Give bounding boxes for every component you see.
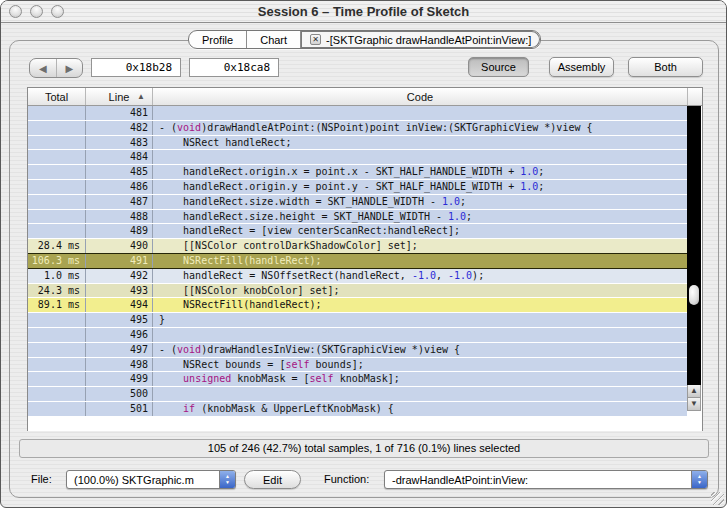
- code-cell: handleRect.origin.y = point.y - SKT_HALF…: [153, 180, 687, 194]
- table-row[interactable]: 24.3 ms493 [[NSColor knobColor] set];: [28, 284, 687, 299]
- code-segment: NSRect bounds = [: [159, 359, 285, 370]
- tab-profile[interactable]: Profile: [189, 31, 246, 48]
- scroll-down-button[interactable]: ▼: [687, 398, 701, 411]
- code-segment: if: [183, 403, 195, 414]
- code-segment: void: [177, 122, 201, 133]
- total-cell: [28, 313, 86, 327]
- total-cell: [28, 121, 86, 135]
- code-segment: self: [285, 359, 309, 370]
- code-cell: - (void)drawHandlesInView:(SKTGraphicVie…: [153, 343, 687, 357]
- code-segment: );: [472, 270, 484, 281]
- line-number-cell: 489: [86, 224, 153, 238]
- code-segment: [[NSColor controlDarkShadowColor] set];: [159, 240, 418, 251]
- table-row[interactable]: 481: [28, 106, 687, 121]
- table-row[interactable]: 498 NSRect bounds = [self bounds];: [28, 358, 687, 373]
- back-button[interactable]: ◀: [30, 59, 56, 77]
- code-segment: NSRect handleRect;: [159, 137, 291, 148]
- total-cell: [28, 387, 86, 401]
- line-number-cell: 498: [86, 358, 153, 372]
- code-segment: (knobMask & UpperLeftKnobMask) {: [195, 403, 394, 414]
- vertical-scrollbar[interactable]: ▲ ▼: [687, 106, 702, 431]
- code-cell: [153, 387, 687, 401]
- code-segment: -1.0: [412, 270, 436, 281]
- code-segment: 1.0: [520, 166, 538, 177]
- table-row[interactable]: 106.3 ms491 NSRectFill(handleRect);: [28, 253, 687, 269]
- column-header-scrollbar-spacer: [687, 88, 702, 105]
- title-bar[interactable]: Session 6 – Time Profile of Sketch: [1, 1, 726, 23]
- forward-button[interactable]: ▶: [56, 59, 83, 77]
- scrollbar-track[interactable]: [687, 106, 701, 385]
- code-segment: )drawHandlesInView:(SKTGraphicView *)vie…: [201, 344, 460, 355]
- line-number-cell: 496: [86, 328, 153, 342]
- line-number-cell: 483: [86, 136, 153, 150]
- table-row[interactable]: 1.0 ms492 handleRect = NSOffsetRect(hand…: [28, 269, 687, 284]
- table-row[interactable]: 89.1 ms494 NSRectFill(handleRect);: [28, 298, 687, 313]
- both-view-button[interactable]: Both: [628, 57, 703, 77]
- table-row[interactable]: 489 handleRect = [view centerScanRect:ha…: [28, 224, 687, 239]
- table-row[interactable]: 485 handleRect.origin.x = point.x - SKT_…: [28, 165, 687, 180]
- table-row[interactable]: 487 handleRect.size.width = SKT_HANDLE_W…: [28, 195, 687, 210]
- table-row[interactable]: 500: [28, 387, 687, 402]
- total-cell: 89.1 ms: [28, 298, 86, 312]
- total-cell: [28, 195, 86, 209]
- line-number-cell: 491: [86, 254, 153, 268]
- table-row[interactable]: 486 handleRect.origin.y = point.y - SKT_…: [28, 180, 687, 195]
- table-body: 481482- (void)drawHandleAtPoint:(NSPoint…: [28, 106, 687, 431]
- back-icon: ◀: [39, 63, 47, 74]
- table-row[interactable]: 497- (void)drawHandlesInView:(SKTGraphic…: [28, 343, 687, 358]
- column-header-line[interactable]: Line ▲: [86, 88, 153, 105]
- table-row[interactable]: 488 handleRect.size.height = SKT_HANDLE_…: [28, 210, 687, 225]
- history-nav-control: ◀ ▶: [29, 58, 83, 78]
- assembly-view-button[interactable]: Assembly: [549, 57, 614, 77]
- code-cell: handleRect = NSOffsetRect(handleRect, -1…: [153, 269, 687, 283]
- code-cell: }: [153, 313, 687, 327]
- line-number-cell: 500: [86, 387, 153, 401]
- function-label: Function:: [324, 473, 369, 485]
- table-row[interactable]: 28.4 ms490 [[NSColor controlDarkShadowCo…: [28, 239, 687, 254]
- table-row[interactable]: 496: [28, 328, 687, 343]
- code-cell: NSRect handleRect;: [153, 136, 687, 150]
- table-row[interactable]: 495}: [28, 313, 687, 328]
- code-segment: 1.0: [448, 211, 466, 222]
- code-segment: }: [159, 314, 165, 325]
- tab-chart[interactable]: Chart: [246, 31, 300, 48]
- function-popup-value: -drawHandleAtPoint:inView:: [385, 474, 691, 486]
- function-popup[interactable]: -drawHandleAtPoint:inView: ▲▼: [384, 470, 708, 489]
- line-number-cell: 493: [86, 284, 153, 298]
- table-row[interactable]: 499 unsigned knobMask = [self knobMask];: [28, 372, 687, 387]
- code-segment: [159, 373, 183, 384]
- code-cell: handleRect = [view centerScanRect:handle…: [153, 224, 687, 238]
- table-row[interactable]: 482- (void)drawHandleAtPoint:(NSPoint)po…: [28, 121, 687, 136]
- address-end-field[interactable]: 0x18ca8: [189, 58, 279, 77]
- line-number-cell: 482: [86, 121, 153, 135]
- line-number-cell: 481: [86, 106, 153, 120]
- code-segment: ,: [436, 270, 448, 281]
- code-segment: self: [310, 373, 334, 384]
- total-cell: [28, 136, 86, 150]
- code-cell: [153, 150, 687, 164]
- line-number-cell: 486: [86, 180, 153, 194]
- code-segment: - (: [159, 344, 177, 355]
- code-segment: knobMask];: [334, 373, 400, 384]
- total-cell: [28, 402, 86, 416]
- column-header-code[interactable]: Code: [153, 88, 687, 105]
- code-segment: )drawHandleAtPoint:(NSPoint)point inView…: [201, 122, 592, 133]
- resize-grip[interactable]: [711, 492, 724, 505]
- source-view-button[interactable]: Source: [468, 57, 529, 77]
- table-row[interactable]: 483 NSRect handleRect;: [28, 136, 687, 151]
- table-row[interactable]: 484: [28, 150, 687, 165]
- column-header-total[interactable]: Total: [28, 88, 86, 105]
- table-row[interactable]: 501 if (knobMask & UpperLeftKnobMask) {: [28, 402, 687, 417]
- profiler-window: Session 6 – Time Profile of Sketch Profi…: [0, 0, 727, 508]
- code-segment: handleRect.size.height = SKT_HANDLE_WIDT…: [159, 211, 448, 222]
- file-popup[interactable]: (100.0%) SKTGraphic.m ▲▼: [66, 470, 236, 489]
- tab-code-browser[interactable]: ✕ -[SKTGraphic drawHandleAtPoint:inView:…: [300, 31, 540, 48]
- code-segment: unsigned: [183, 373, 231, 384]
- scrollbar-thumb[interactable]: [689, 285, 699, 305]
- edit-button[interactable]: Edit: [244, 470, 301, 489]
- scroll-up-button[interactable]: ▲: [687, 385, 701, 398]
- address-start-field[interactable]: 0x18b28: [91, 58, 181, 77]
- close-tab-icon[interactable]: ✕: [310, 34, 321, 45]
- total-cell: 24.3 ms: [28, 284, 86, 298]
- code-cell: unsigned knobMask = [self knobMask];: [153, 372, 687, 386]
